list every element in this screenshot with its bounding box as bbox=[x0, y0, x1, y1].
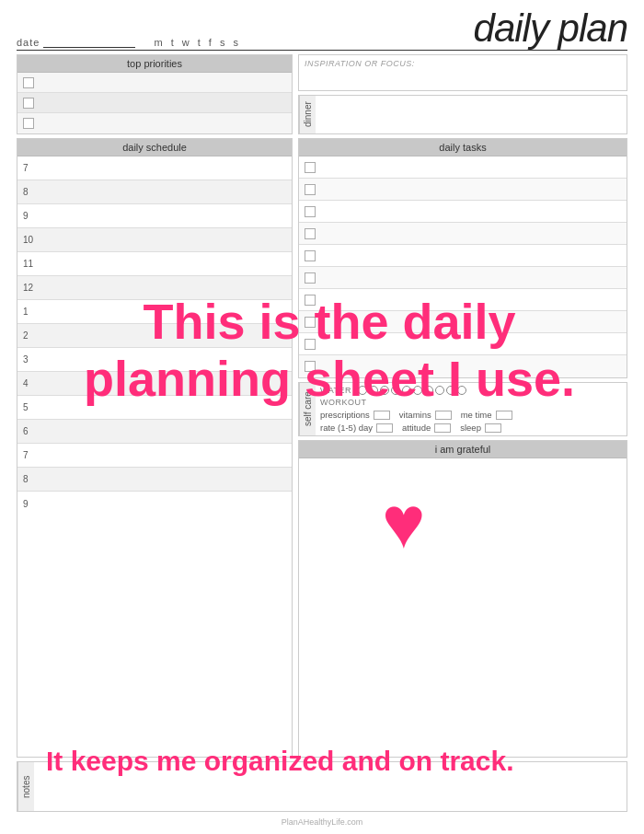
time-4p: 4 bbox=[23, 378, 38, 388]
me-time-box[interactable] bbox=[496, 411, 512, 420]
water-circle[interactable] bbox=[369, 386, 378, 395]
footer-text: PlanAHealthyLife.com bbox=[282, 817, 363, 827]
right-col: daily tasks self care bbox=[298, 138, 627, 758]
workout-label: WORKOUT bbox=[320, 398, 367, 407]
time-7a: 7 bbox=[23, 163, 38, 173]
daily-schedule-panel: daily schedule 7 8 9 10 11 12 1 2 3 4 5 … bbox=[17, 138, 293, 758]
time-row: 11 bbox=[17, 252, 292, 276]
top-priorities-panel: top priorities bbox=[17, 54, 293, 134]
daily-tasks-panel: daily tasks bbox=[298, 138, 627, 378]
time-row: 3 bbox=[17, 348, 292, 372]
task-rows bbox=[299, 156, 627, 377]
inspiration-label: INSPIRATION OR FOCUS: bbox=[305, 59, 415, 68]
time-row: 8 bbox=[17, 468, 292, 492]
task-checkbox[interactable] bbox=[305, 272, 316, 284]
right-top-panel: INSPIRATION OR FOCUS: dinner bbox=[298, 54, 627, 134]
task-row bbox=[299, 156, 627, 179]
header: date m t w t f s s daily plan bbox=[17, 9, 627, 51]
workout-row: WORKOUT bbox=[320, 398, 622, 407]
water-row: WATER bbox=[320, 386, 622, 395]
attitude-label: attitude bbox=[402, 423, 431, 433]
time-5p: 5 bbox=[23, 402, 38, 412]
priority-row bbox=[17, 73, 292, 93]
task-checkbox[interactable] bbox=[305, 317, 316, 328]
time-7p: 7 bbox=[23, 450, 38, 460]
daily-tasks-header: daily tasks bbox=[299, 139, 627, 156]
me-time-label: me time bbox=[461, 410, 492, 420]
notes-section: notes bbox=[17, 761, 627, 812]
task-checkbox[interactable] bbox=[305, 250, 316, 261]
time-11a: 11 bbox=[23, 259, 38, 269]
task-checkbox[interactable] bbox=[305, 361, 316, 372]
time-row: 8 bbox=[17, 180, 292, 204]
task-checkbox[interactable] bbox=[305, 184, 316, 195]
sleep-label: sleep bbox=[460, 423, 481, 433]
daily-schedule-header: daily schedule bbox=[17, 139, 292, 156]
notes-content[interactable] bbox=[34, 762, 627, 811]
time-row: 5 bbox=[17, 396, 292, 420]
water-circle[interactable] bbox=[435, 386, 444, 395]
task-row bbox=[299, 223, 627, 245]
water-circle[interactable] bbox=[457, 386, 466, 395]
time-8a: 8 bbox=[23, 187, 38, 197]
water-circle[interactable] bbox=[446, 386, 455, 395]
task-row bbox=[299, 333, 627, 355]
time-9a: 9 bbox=[23, 211, 38, 221]
water-circle[interactable] bbox=[358, 386, 367, 395]
time-10a: 10 bbox=[23, 235, 38, 245]
grateful-content[interactable] bbox=[299, 458, 627, 757]
task-checkbox[interactable] bbox=[305, 162, 316, 173]
self-care-label: self care bbox=[299, 383, 316, 435]
page-title: daily plan bbox=[474, 9, 627, 48]
task-checkbox[interactable] bbox=[305, 206, 316, 217]
priority-rows bbox=[17, 73, 292, 133]
task-checkbox[interactable] bbox=[305, 228, 316, 239]
task-row bbox=[299, 267, 627, 289]
rate-label: rate (1-5) day bbox=[320, 423, 373, 433]
self-care-panel: self care WATER bbox=[298, 382, 627, 436]
task-checkbox[interactable] bbox=[305, 339, 316, 350]
water-circle[interactable] bbox=[402, 386, 411, 395]
priority-checkbox-2[interactable] bbox=[23, 98, 34, 109]
time-6p: 6 bbox=[23, 426, 38, 436]
time-row: 9 bbox=[17, 204, 292, 228]
vitamins-label: vitamins bbox=[399, 410, 431, 420]
water-circle[interactable] bbox=[424, 386, 433, 395]
date-line bbox=[43, 36, 135, 48]
date-label: date bbox=[17, 37, 40, 48]
time-1p: 1 bbox=[23, 307, 38, 317]
rate-day-box[interactable] bbox=[376, 423, 393, 433]
water-circle[interactable] bbox=[413, 386, 422, 395]
attitude-box[interactable] bbox=[434, 423, 451, 433]
task-row bbox=[299, 179, 627, 201]
middle-section: daily schedule 7 8 9 10 11 12 1 2 3 4 5 … bbox=[17, 138, 627, 758]
water-circle[interactable] bbox=[391, 386, 400, 395]
time-row: 12 bbox=[17, 276, 292, 300]
vitamins-box[interactable] bbox=[435, 411, 452, 420]
time-3p: 3 bbox=[23, 354, 38, 365]
grateful-header: i am grateful bbox=[299, 441, 627, 458]
task-checkbox[interactable] bbox=[305, 295, 316, 306]
water-circle[interactable] bbox=[380, 386, 389, 395]
top-section: top priorities INSPIRATION OR FOCUS: din… bbox=[17, 54, 627, 134]
time-row: 9 bbox=[17, 492, 292, 515]
priority-row bbox=[17, 113, 292, 133]
footer: PlanAHealthyLife.com bbox=[17, 816, 627, 828]
dinner-content[interactable] bbox=[316, 96, 627, 133]
task-row bbox=[299, 289, 627, 311]
priority-checkbox-3[interactable] bbox=[23, 118, 34, 129]
priority-checkbox-1[interactable] bbox=[23, 77, 34, 88]
time-row: 7 bbox=[17, 444, 292, 468]
sleep-box[interactable] bbox=[485, 423, 501, 433]
prescriptions-box[interactable] bbox=[374, 411, 390, 420]
time-row: 2 bbox=[17, 324, 292, 348]
grateful-panel: i am grateful bbox=[298, 440, 627, 758]
time-row: 4 bbox=[17, 372, 292, 396]
prescriptions-label: prescriptions bbox=[320, 410, 370, 420]
days-label: m t w t f s s bbox=[154, 37, 241, 48]
water-label: WATER bbox=[320, 386, 351, 395]
dinner-label: dinner bbox=[299, 96, 316, 133]
task-row bbox=[299, 311, 627, 333]
inspiration-box[interactable]: INSPIRATION OR FOCUS: bbox=[298, 54, 627, 91]
dinner-box: dinner bbox=[298, 95, 627, 134]
